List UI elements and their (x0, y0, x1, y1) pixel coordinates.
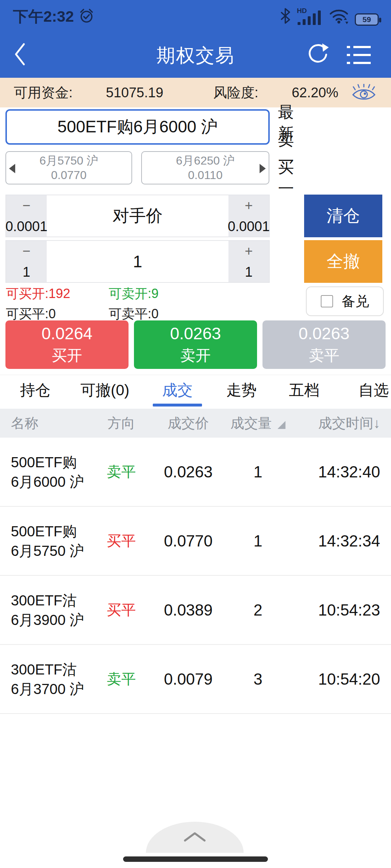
minus-icon: − (22, 244, 30, 258)
prev-contract-price: 0.0770 (51, 169, 87, 182)
status-time: 下午2:32 (13, 7, 74, 27)
cell-signal-icon: HD (297, 8, 323, 26)
tab-cancellable[interactable]: 可撤(0) (80, 380, 129, 400)
tab-watchlist[interactable]: 自选 (358, 380, 389, 400)
prev-contract-name: 6月5750 沪 (39, 154, 98, 167)
trade-direction: 卖平 (94, 669, 148, 689)
trade-contract: 500ETF购 6月5750 沪 (11, 522, 94, 561)
col-price: 成交价 (148, 414, 228, 433)
contract-search-input[interactable]: 500ETF购6月6000 沪 (5, 109, 270, 145)
qty-plus-button[interactable]: + 1 (228, 241, 269, 282)
refresh-button[interactable] (306, 43, 329, 67)
available-funds-value: 51075.19 (106, 85, 164, 101)
col-volume-label: 成交量 (231, 414, 272, 433)
page-title: 期权交易 (0, 43, 391, 68)
sell-open-price: 0.0263 (170, 324, 221, 343)
trade-row[interactable]: 500ETF购 6月6000 沪 卖平 0.0263 1 14:32:40 (0, 438, 391, 507)
home-indicator-bar[interactable] (123, 856, 268, 862)
active-tab-underline (153, 404, 202, 407)
bluetooth-icon (279, 8, 291, 26)
col-direction: 方向 (94, 414, 148, 433)
trade-direction: 卖平 (94, 462, 148, 482)
expand-panel-handle[interactable] (146, 822, 244, 853)
trade-contract-line1: 500ETF购 (11, 523, 77, 539)
clear-position-button[interactable]: 清仓 (304, 195, 382, 237)
price-step-value: 0.0001 (228, 219, 270, 234)
price-minus-button[interactable]: − 0.0001 (6, 195, 47, 237)
buy-open-price: 0.0264 (42, 324, 93, 343)
covered-label: 备兑 (342, 292, 369, 311)
price-step-value: 0.0001 (5, 219, 47, 234)
quantity-stepper: − 1 1 + 1 (5, 240, 270, 283)
trade-price: 0.0079 (148, 670, 228, 688)
trade-time: 14:32:40 (288, 463, 380, 481)
eye-icon[interactable] (352, 84, 376, 101)
risk-label: 风险度: (213, 84, 258, 102)
plus-icon: + (245, 244, 253, 258)
trade-direction: 买平 (94, 531, 148, 551)
menu-button[interactable] (347, 45, 371, 66)
battery-icon: 59 (355, 13, 379, 26)
tab-fills[interactable]: 成交 (162, 380, 193, 400)
trade-contract: 300ETF沽 6月3900 沪 (11, 591, 94, 630)
trade-contract-line2: 6月6000 沪 (11, 474, 84, 490)
trade-volume: 3 (228, 670, 288, 688)
trade-row[interactable]: 300ETF沽 6月3900 沪 买平 0.0389 2 10:54:23 (0, 576, 391, 645)
limit-buy-open: 可买开:192 (6, 285, 70, 303)
next-contract-button[interactable]: 6月6250 沪 0.0110 (141, 151, 269, 184)
sort-asc-icon (278, 421, 286, 429)
minus-icon: − (22, 198, 30, 213)
trade-time: 14:32:34 (288, 532, 380, 550)
trade-volume: 1 (228, 463, 288, 481)
price-stepper: − 0.0001 对手价 + 0.0001 (5, 195, 270, 237)
wifi-icon (329, 8, 349, 26)
battery-nub (379, 18, 381, 22)
trade-contract-line2: 6月3900 沪 (11, 612, 84, 628)
col-time-label: 成交时间 (318, 414, 373, 433)
trade-price: 0.0263 (148, 463, 228, 481)
limit-sell-open: 可卖开:9 (109, 285, 159, 303)
next-contract-name: 6月6250 沪 (176, 154, 235, 167)
tab-depth[interactable]: 五档 (289, 380, 319, 400)
next-arrow-icon (260, 164, 266, 173)
trade-contract: 500ETF购 6月6000 沪 (11, 452, 94, 492)
sell-open-label: 卖开 (180, 345, 211, 366)
prev-contract-button[interactable]: 6月5750 沪 0.0770 (5, 151, 132, 184)
trade-volume: 2 (228, 601, 288, 619)
cancel-all-button[interactable]: 全撤 (304, 240, 382, 283)
covered-call-option[interactable]: 备兑 (306, 286, 384, 316)
trade-contract-line1: 500ETF购 (11, 454, 77, 470)
col-time-sort[interactable]: 成交时间 ↓ (288, 414, 380, 433)
col-volume-sort[interactable]: 成交量 (228, 414, 288, 433)
sell-close-price: 0.0263 (299, 324, 350, 343)
sell-close-label: 卖平 (309, 345, 339, 366)
alarm-icon (78, 8, 95, 26)
tab-positions[interactable]: 持仓 (20, 380, 50, 400)
trade-volume: 1 (228, 532, 288, 550)
trade-time: 10:54:23 (288, 601, 380, 619)
tab-trend[interactable]: 走势 (226, 380, 257, 400)
trade-row[interactable]: 500ETF购 6月5750 沪 买平 0.0770 1 14:32:34 (0, 507, 391, 576)
sell-open-button[interactable]: 0.0263 卖开 (134, 320, 257, 369)
buy-open-button[interactable]: 0.0264 买开 (5, 320, 129, 369)
available-funds-label: 可用资金: (14, 84, 73, 102)
trade-direction: 买平 (94, 600, 148, 620)
status-bar: 下午2:32 HD (0, 0, 391, 31)
col-name: 名称 (11, 414, 94, 433)
price-plus-button[interactable]: + 0.0001 (228, 195, 269, 237)
qty-step-value: 1 (22, 264, 30, 280)
trade-price: 0.0389 (148, 601, 228, 619)
qty-minus-button[interactable]: − 1 (6, 241, 47, 282)
quantity-input[interactable]: 1 (47, 241, 228, 282)
plus-icon: + (245, 198, 253, 213)
price-input[interactable]: 对手价 (47, 195, 228, 237)
sell-close-button[interactable]: 0.0263 卖平 (262, 320, 386, 369)
chevron-up-icon (181, 831, 208, 844)
trade-row[interactable]: 300ETF沽 6月3700 沪 卖平 0.0079 3 10:54:20 (0, 645, 391, 714)
sort-desc-icon: ↓ (373, 416, 380, 431)
trade-contract-line1: 300ETF沽 (11, 661, 77, 677)
covered-checkbox[interactable] (321, 295, 333, 307)
trades-table-header: 名称 方向 成交价 成交量 成交时间 ↓ (0, 409, 391, 438)
trade-price: 0.0770 (148, 532, 228, 550)
bid1-label: 买一 (278, 157, 294, 199)
